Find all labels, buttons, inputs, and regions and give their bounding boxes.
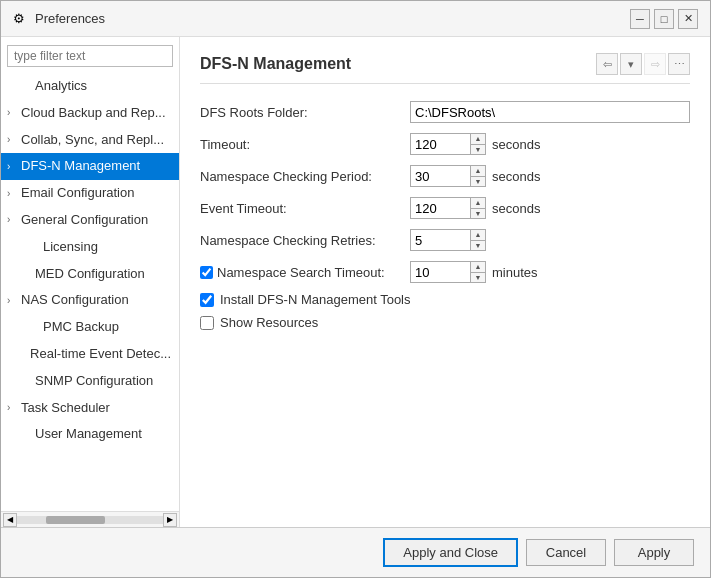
scroll-track[interactable] [17,516,163,524]
chevron-right-icon: › [7,212,17,228]
namespace-search-timeout-row: Namespace Search Timeout: ▲ ▼ minutes [200,260,690,284]
timeout-spinner: ▲ ▼ seconds [410,133,540,155]
app-icon: ⚙ [13,11,29,27]
sidebar-item-label: SNMP Configuration [35,371,153,392]
show-resources-checkbox[interactable] [200,316,214,330]
sidebar-item-label: Real-time Event Detec... [30,344,171,365]
sidebar-item-label: MED Configuration [35,264,145,285]
namespace-search-timeout-checkbox[interactable] [200,266,213,279]
namespace-checking-retries-up-button[interactable]: ▲ [471,230,485,241]
chevron-right-icon: › [7,159,17,175]
sidebar-item-analytics[interactable]: Analytics [1,73,179,100]
sidebar-item-realtime[interactable]: Real-time Event Detec... [1,341,179,368]
event-timeout-up-button[interactable]: ▲ [471,198,485,209]
sidebar-item-label: Cloud Backup and Rep... [21,103,166,124]
namespace-checking-retries-row: Namespace Checking Retries: ▲ ▼ [200,228,690,252]
sidebar-scrollbar: ◀ ▶ [1,511,179,527]
sidebar-item-email-config[interactable]: ›Email Configuration [1,180,179,207]
sidebar-item-dfs-n[interactable]: ›DFS-N Management [1,153,179,180]
sidebar-item-nas-config[interactable]: ›NAS Configuration [1,287,179,314]
sidebar-item-med-config[interactable]: MED Configuration [1,261,179,288]
event-timeout-row: Event Timeout: ▲ ▼ seconds [200,196,690,220]
event-timeout-spinner: ▲ ▼ seconds [410,197,540,219]
maximize-button[interactable]: □ [654,9,674,29]
namespace-search-timeout-unit: minutes [492,265,538,280]
sidebar-item-label: Licensing [43,237,98,258]
sidebar-tree: Analytics›Cloud Backup and Rep...›Collab… [1,71,179,511]
timeout-arrows: ▲ ▼ [470,133,486,155]
close-button[interactable]: ✕ [678,9,698,29]
namespace-checking-period-up-button[interactable]: ▲ [471,166,485,177]
sidebar-item-pmc-backup[interactable]: PMC Backup [1,314,179,341]
sidebar-item-label: PMC Backup [43,317,119,338]
namespace-checking-retries-input[interactable] [410,229,470,251]
namespace-search-timeout-down-button[interactable]: ▼ [471,273,485,283]
title-bar-left: ⚙ Preferences [13,11,105,27]
panel-title: DFS-N Management [200,55,351,73]
scroll-left-button[interactable]: ◀ [3,513,17,527]
namespace-checking-period-arrows: ▲ ▼ [470,165,486,187]
chevron-right-icon: › [7,105,17,121]
timeout-label: Timeout: [200,137,410,152]
dfs-roots-folder-row: DFS Roots Folder: [200,100,690,124]
namespace-search-timeout-input[interactable] [410,261,470,283]
apply-close-button[interactable]: Apply and Close [383,538,518,567]
install-tools-checkbox[interactable] [200,293,214,307]
forward-button[interactable]: ⇨ [644,53,666,75]
panel-toolbar: ⇦ ▾ ⇨ ⋯ [596,53,690,75]
title-controls: ─ □ ✕ [630,9,698,29]
minimize-button[interactable]: ─ [630,9,650,29]
sidebar-item-label: General Configuration [21,210,148,231]
cancel-button[interactable]: Cancel [526,539,606,566]
timeout-input[interactable] [410,133,470,155]
panel-header: DFS-N Management ⇦ ▾ ⇨ ⋯ [200,53,690,84]
dropdown-button[interactable]: ▾ [620,53,642,75]
namespace-checking-period-unit: seconds [492,169,540,184]
namespace-checking-retries-label: Namespace Checking Retries: [200,233,410,248]
sidebar-item-label: NAS Configuration [21,290,129,311]
sidebar-item-snmp[interactable]: SNMP Configuration [1,368,179,395]
chevron-right-icon: › [7,293,17,309]
right-panel: DFS-N Management ⇦ ▾ ⇨ ⋯ DFS Roots Folde… [180,37,710,527]
dfs-roots-folder-label: DFS Roots Folder: [200,105,410,120]
dfs-roots-folder-input[interactable] [410,101,690,123]
back-button[interactable]: ⇦ [596,53,618,75]
chevron-right-icon: › [7,400,17,416]
sidebar-item-licensing[interactable]: Licensing [1,234,179,261]
timeout-down-button[interactable]: ▼ [471,145,485,155]
namespace-checking-period-spinner: ▲ ▼ seconds [410,165,540,187]
scroll-thumb [46,516,104,524]
event-timeout-down-button[interactable]: ▼ [471,209,485,219]
apply-button[interactable]: Apply [614,539,694,566]
namespace-checking-period-label: Namespace Checking Period: [200,169,410,184]
sidebar-item-task-scheduler[interactable]: ›Task Scheduler [1,395,179,422]
sidebar-item-label: User Management [35,424,142,445]
show-resources-row: Show Resources [200,315,690,330]
sidebar-item-label: Task Scheduler [21,398,110,419]
namespace-search-timeout-up-button[interactable]: ▲ [471,262,485,273]
scroll-right-button[interactable]: ▶ [163,513,177,527]
namespace-checking-period-input[interactable] [410,165,470,187]
timeout-row: Timeout: ▲ ▼ seconds [200,132,690,156]
sidebar-item-label: Analytics [35,76,87,97]
sidebar-item-cloud-backup[interactable]: ›Cloud Backup and Rep... [1,100,179,127]
sidebar-item-collab-sync[interactable]: ›Collab, Sync, and Repl... [1,127,179,154]
sidebar-item-general-config[interactable]: ›General Configuration [1,207,179,234]
form-area: DFS Roots Folder: Timeout: ▲ ▼ seconds [200,100,690,511]
more-button[interactable]: ⋯ [668,53,690,75]
filter-input[interactable] [7,45,173,67]
namespace-search-timeout-label: Namespace Search Timeout: [217,265,385,280]
preferences-dialog: ⚙ Preferences ─ □ ✕ Analytics›Cloud Back… [0,0,711,578]
dialog-title: Preferences [35,11,105,26]
namespace-search-timeout-spinner: ▲ ▼ minutes [410,261,538,283]
sidebar-item-user-mgmt[interactable]: User Management [1,421,179,448]
event-timeout-label: Event Timeout: [200,201,410,216]
install-tools-label: Install DFS-N Management Tools [220,292,411,307]
install-tools-row: Install DFS-N Management Tools [200,292,690,307]
event-timeout-arrows: ▲ ▼ [470,197,486,219]
namespace-checking-period-down-button[interactable]: ▼ [471,177,485,187]
event-timeout-input[interactable] [410,197,470,219]
chevron-right-icon: › [7,132,17,148]
namespace-checking-retries-down-button[interactable]: ▼ [471,241,485,251]
timeout-up-button[interactable]: ▲ [471,134,485,145]
